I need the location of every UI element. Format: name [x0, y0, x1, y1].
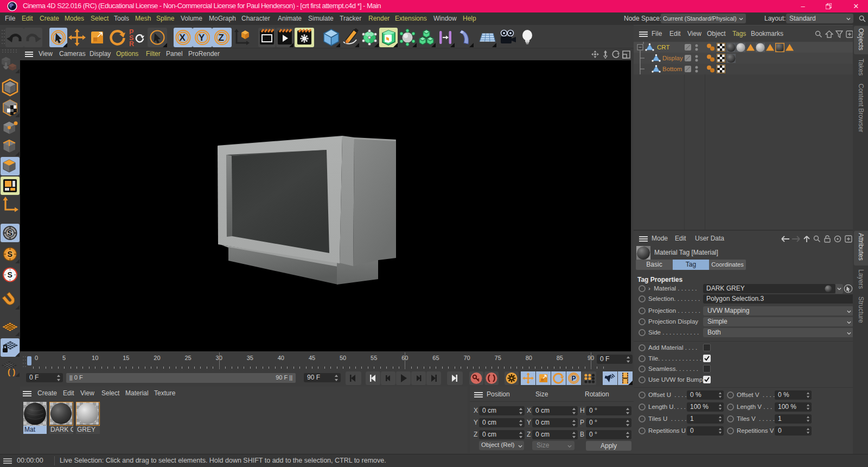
svg-text:Z: Z	[219, 33, 224, 43]
svg-text:R: R	[129, 40, 134, 47]
svg-text:S: S	[8, 250, 12, 258]
svg-text:( ): ( )	[8, 367, 15, 376]
svg-text:X: X	[180, 33, 186, 43]
svg-text:S: S	[8, 229, 12, 237]
svg-text:P: P	[572, 375, 576, 382]
svg-text:Y: Y	[199, 33, 205, 43]
svg-text:S: S	[8, 270, 12, 279]
